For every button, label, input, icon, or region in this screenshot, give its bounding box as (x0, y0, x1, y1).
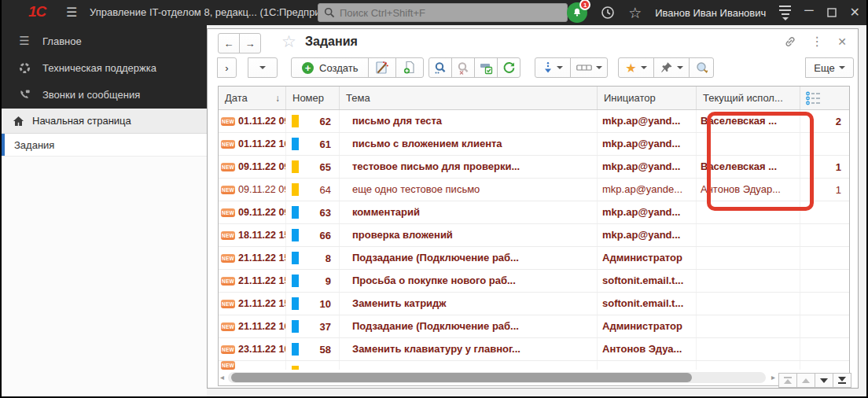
forward-button[interactable]: → (239, 33, 261, 53)
row-executor: Васелевская ... (697, 156, 800, 178)
user-name: Иванов Иван Иванович (655, 7, 766, 19)
search-input[interactable]: Поиск Ctrl+Shift+F (318, 3, 568, 22)
sidebar-item-tasks[interactable]: Задания (2, 134, 207, 157)
page-title: Задания (305, 35, 358, 49)
sort-button[interactable] (535, 57, 571, 78)
cancel-search-button[interactable] (451, 57, 475, 78)
column-header-count[interactable] (800, 87, 849, 109)
row-initiator: mkp.ap@yande... (598, 179, 697, 201)
row-number: 63 (320, 207, 331, 219)
horizontal-scrollbar[interactable]: ◂ ▸ (219, 370, 777, 385)
row-initiator: Администратор (598, 315, 697, 337)
table-row[interactable]: NEW 01.11.22 09:31 62 письмо для теста m… (219, 110, 849, 133)
expand-button[interactable]: › (217, 57, 237, 78)
chevron-down-icon (596, 66, 602, 69)
favorite-star-icon[interactable]: ☆ (281, 32, 296, 51)
table-row[interactable]: NEW 21.11.22 15:56 9 Просьба о покупке н… (219, 270, 849, 293)
new-badge: NEW (221, 254, 235, 263)
sidebar-item-calls[interactable]: Звонки и сообщения (2, 81, 207, 108)
close-window-button[interactable]: ✕ (850, 6, 860, 19)
sidebar-item-label: Задания (14, 139, 54, 151)
refresh-button[interactable] (497, 57, 520, 78)
list-dropdown-button[interactable] (248, 57, 278, 78)
notifications-button[interactable]: 1 (567, 2, 587, 23)
main-menu-button[interactable]: ☰ (66, 5, 77, 20)
magic-wand-icon (375, 61, 389, 75)
go-last-button[interactable] (833, 373, 851, 388)
column-header-theme[interactable]: Тема (340, 87, 598, 109)
service-menu-button[interactable] (779, 6, 791, 20)
column-header-initiator[interactable]: Инициатор (598, 87, 697, 109)
more-button[interactable]: Еще (805, 57, 854, 78)
panel-close-icon[interactable]: ✕ (837, 36, 847, 47)
row-number: 61 (320, 138, 331, 150)
row-theme: Подзадание (Подключение раб... (340, 315, 598, 337)
priority-marker (292, 320, 299, 333)
go-first-button[interactable] (778, 373, 797, 388)
kebab-menu-icon[interactable]: ⋮ (811, 35, 823, 48)
row-number: 66 (320, 230, 331, 241)
maximize-button[interactable] (827, 8, 837, 17)
chevron-down-icon (259, 66, 266, 69)
minimize-button[interactable]: ─ (804, 4, 813, 21)
pin-icon (660, 61, 673, 74)
priority-marker (292, 206, 299, 219)
back-button[interactable]: ← (218, 33, 240, 53)
link-icon[interactable] (784, 35, 796, 48)
scrollbar-thumb[interactable] (231, 373, 692, 382)
favorites-button[interactable]: ☆ (628, 6, 642, 20)
previous-page-button[interactable] (796, 373, 815, 388)
phone-icon (17, 89, 31, 101)
scroll-right-icon[interactable]: ▸ (771, 373, 775, 381)
configure-list-button[interactable] (474, 57, 498, 78)
row-date: 21.11.22 16:42 (238, 321, 286, 332)
next-page-button[interactable] (815, 373, 833, 388)
row-number: 65 (320, 161, 331, 173)
row-theme: проверка вложений (340, 224, 598, 246)
task-list-icon (805, 90, 822, 106)
sidebar-item-tech-support[interactable]: Техническая поддержка (2, 54, 207, 81)
create-button[interactable]: + Создать (291, 57, 369, 78)
column-header-date[interactable]: Дата ↓ (219, 87, 286, 109)
sidebar-item-home[interactable]: Начальная страница (2, 109, 207, 134)
create-from-template-button[interactable] (368, 57, 396, 78)
row-count (800, 224, 849, 246)
column-header-executor[interactable]: Текущий испол... (697, 87, 800, 109)
table-row[interactable]: NEW 21.11.22 16:42 37 Подзадание (Подклю… (219, 315, 849, 338)
row-count (800, 293, 849, 315)
row-initiator (598, 361, 697, 370)
row-date: 01.11.22 09:31 (238, 116, 286, 127)
row-count: 1 (800, 179, 849, 201)
scroll-left-icon[interactable]: ◂ (220, 373, 224, 381)
pin-button[interactable] (653, 57, 690, 78)
table-row[interactable]: NEW 18.11.22 15:25 66 проверка вложений … (219, 224, 849, 247)
table-row[interactable]: NEW 23.11.22 10:33 58 Заменить клавиатур… (219, 338, 849, 361)
preview-button[interactable] (689, 57, 714, 78)
table-header: Дата ↓ Номер Тема Инициатор Текущий испо… (219, 87, 849, 110)
table-row[interactable]: NEW 21.11.22 15:55 8 Подзадание (Подключ… (219, 247, 849, 270)
row-date: 21.11.22 15:55 (238, 252, 286, 263)
table-row[interactable]: NEW 21.11.22 15:57 10 Заменить катридж s… (219, 293, 849, 315)
row-number: 62 (320, 116, 331, 127)
sidebar-item-label: Звонки и сообщения (42, 89, 140, 101)
scrollbar-track[interactable] (228, 372, 766, 383)
favorites-add-button[interactable]: ★ (618, 57, 654, 78)
sidebar-item-main[interactable]: ☰ Главное (2, 28, 207, 54)
table-row[interactable]: NEW 09.11.22 09:29 64 еще одно тестовое … (219, 179, 849, 201)
table-row[interactable]: NEW 09.11.22 09:26 65 тестовое письмо дл… (219, 156, 849, 179)
search-list-button[interactable] (428, 57, 452, 78)
cancel-search-icon (457, 61, 470, 75)
history-button[interactable] (601, 6, 615, 20)
table-row[interactable]: NEW (219, 361, 849, 370)
row-number: 10 (320, 298, 331, 310)
column-header-number[interactable]: Номер (286, 87, 340, 109)
view-mode-button[interactable] (570, 57, 608, 78)
new-badge: NEW (221, 208, 235, 217)
table-row[interactable]: NEW 09.11.22 09:42 63 комментарий mkp.ap… (219, 201, 849, 224)
row-theme: Подзадание (Подключение раб... (340, 247, 598, 269)
row-count (800, 361, 849, 370)
magnifier-lens-icon (695, 61, 708, 75)
priority-marker (292, 160, 299, 173)
copy-button[interactable] (395, 57, 424, 78)
table-row[interactable]: NEW 01.11.22 16:48 61 письмо с вложением… (219, 133, 849, 156)
